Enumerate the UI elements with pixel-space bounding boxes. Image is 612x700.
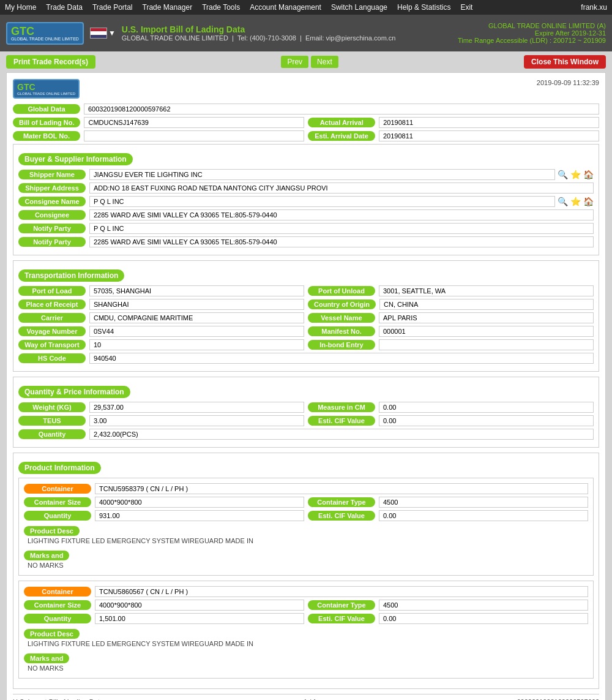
logo-box: GTC GLOBAL TRADE ONLINE LIMITED xyxy=(6,22,84,45)
close-window-button-top[interactable]: Close This Window xyxy=(524,55,606,69)
port-load-col: Port of Load 57035, SHANGHAI xyxy=(18,285,304,296)
container1-size-label: Container Size xyxy=(24,497,91,507)
prev-button-top[interactable]: Prev xyxy=(281,56,308,68)
shipper-name-row: Shipper Name JIANGSU EVER TIE LIGHTING I… xyxy=(18,169,594,180)
buyer-supplier-section: Buyer & Supplier Information Shipper Nam… xyxy=(13,144,599,255)
company-tel: Tel: (400)-710-3008 xyxy=(237,34,296,42)
country-origin-col: Country of Origin CN, CHINA xyxy=(308,299,594,310)
print-record-button-top[interactable]: Print Trade Record(s) xyxy=(6,55,95,69)
measure-in-cm-label: Measure in CM xyxy=(308,402,375,412)
port-of-load-value: 57035, SHANGHAI xyxy=(89,285,304,296)
nav-trade-portal[interactable]: Trade Portal xyxy=(92,3,133,12)
container-1: Container TCNU5958379 ( CN / L / PH ) Co… xyxy=(18,478,594,576)
nav-buttons-top: Prev Next xyxy=(280,56,339,68)
nav-trade-data[interactable]: Trade Data xyxy=(46,3,83,12)
place-receipt-origin-row: Place of Receipt SHANGHAI Country of Ori… xyxy=(18,299,594,310)
shipper-search-icon[interactable]: 🔍 xyxy=(558,170,568,179)
product-info-section: Product Information Container TCNU595837… xyxy=(13,453,599,689)
expire-date: Expire After 2019-12-31 xyxy=(458,29,606,37)
notify-party1-value: P Q L INC xyxy=(89,223,594,234)
consignee-row: Consignee 2285 WARD AVE SIMI VALLEY CA 9… xyxy=(18,209,594,220)
container2-type-value: 4500 xyxy=(379,600,588,611)
esti-arrival-value: 20190811 xyxy=(379,130,599,141)
container2-size-col: Container Size 4000*900*800 xyxy=(24,600,304,611)
nav-my-home[interactable]: My Home xyxy=(5,3,36,12)
container1-cif-label: Esti. CIF Value xyxy=(308,511,375,521)
consignee-star-icon[interactable]: ⭐ xyxy=(570,197,581,206)
esti-cif-value-label: Esti. CIF Value xyxy=(308,416,375,426)
weight-kg-value: 29,537.00 xyxy=(89,402,304,413)
company-full-name: GLOBAL TRADE ONLINE LIMITED (A) xyxy=(458,22,606,29)
global-data-value: 6003201908120000597662 xyxy=(84,103,599,115)
container2-qty-cif-row: Quantity 1,501.00 Esti. CIF Value 0.00 xyxy=(24,613,588,624)
voyage-number-label: Voyage Number xyxy=(18,326,86,336)
port-of-unload-value: 3001, SEATTLE, WA xyxy=(379,285,594,296)
container1-qty-cif-row: Quantity 931.00 Esti. CIF Value 0.00 xyxy=(24,510,588,521)
container2-desc-row: Product Desc LIGHTING FIXTURE LED EMERGE… xyxy=(24,627,588,649)
quantity-price-section: Quantity & Price Information Weight (KG)… xyxy=(13,377,599,448)
container2-marks-value: NO MARKS xyxy=(24,663,588,673)
port-load-unload-row: Port of Load 57035, SHANGHAI Port of Unl… xyxy=(18,285,594,296)
consignee-search-icon[interactable]: 🔍 xyxy=(558,197,568,206)
logo-area: GTC GLOBAL TRADE ONLINE LIMITED ▼ U.S. I… xyxy=(6,22,395,45)
carrier-vessel-row: Carrier CMDU, COMPAGNIE MARITIME Vessel … xyxy=(18,312,594,323)
next-button-top[interactable]: Next xyxy=(311,56,338,68)
transportation-section: Transportation Information Port of Load … xyxy=(13,260,599,372)
port-of-load-label: Port of Load xyxy=(18,286,86,296)
voyage-number-value: 0SV44 xyxy=(89,326,304,337)
mater-bol-row: Mater BOL No. Esti. Arrival Date 2019081… xyxy=(13,130,599,141)
nav-account-management[interactable]: Account Management xyxy=(250,3,321,12)
nav-help-statistics[interactable]: Help & Statistics xyxy=(397,3,450,12)
product-info-header: Product Information xyxy=(18,462,101,474)
transport-bond-row: Way of Transport 10 In-bond Entry xyxy=(18,339,594,350)
place-receipt-col: Place of Receipt SHANGHAI xyxy=(18,299,304,310)
shipper-star-icon[interactable]: ⭐ xyxy=(570,170,581,179)
in-bond-entry-value xyxy=(379,339,594,350)
notify-party1-label: Notify Party xyxy=(18,224,86,233)
global-data-row: Global Data 6003201908120000597662 xyxy=(13,103,599,115)
esti-arrival-label: Esti. Arrival Date xyxy=(308,131,375,141)
place-of-receipt-label: Place of Receipt xyxy=(18,299,86,309)
manifest-col: Manifest No. 000001 xyxy=(308,326,594,337)
in-bond-entry-label: In-bond Entry xyxy=(308,340,375,350)
consignee-name-row: Consignee Name P Q L INC 🔍 ⭐ 🏠 xyxy=(18,196,594,207)
nav-switch-language[interactable]: Switch Language xyxy=(331,3,387,12)
actual-arrival-value: 20190811 xyxy=(379,117,599,128)
container1-qty-label: Quantity xyxy=(24,511,91,521)
container2-value: TCNU5860567 ( CN / L / PH ) xyxy=(95,586,588,597)
logo-subtitle: GLOBAL TRADE ONLINE LIMITED xyxy=(11,37,79,41)
bol-label: Bill of Lading No. xyxy=(13,118,80,127)
container-2: Container TCNU5860567 ( CN / L / PH ) Co… xyxy=(18,581,594,679)
flag-dropdown-icon[interactable]: ▼ xyxy=(108,29,116,37)
teus-col: TEUS 3.00 xyxy=(18,415,304,426)
container1-size-col: Container Size 4000*900*800 xyxy=(24,497,304,508)
in-bond-col: In-bond Entry xyxy=(308,339,594,350)
global-data-label: Global Data xyxy=(13,104,80,114)
current-user: frank.xu xyxy=(581,3,607,12)
doc-logo: GTC GLOBAL TRADE ONLINE LIMITED xyxy=(13,79,80,99)
container2-marks-label: Marks and xyxy=(24,653,69,663)
transportation-header: Transportation Information xyxy=(18,269,124,282)
quantity-label: Quantity xyxy=(18,429,86,439)
flag-area[interactable]: ▼ xyxy=(90,28,116,39)
way-of-transport-label: Way of Transport xyxy=(18,340,86,350)
container1-marks-value: NO MARKS xyxy=(24,560,588,570)
container2-cif-col: Esti. CIF Value 0.00 xyxy=(308,613,588,624)
shipper-home-icon[interactable]: 🏠 xyxy=(583,170,594,179)
container1-qty-value: 931.00 xyxy=(95,510,304,521)
actual-arrival-label: Actual Arrival xyxy=(308,118,375,127)
carrier-value: CMDU, COMPAGNIE MARITIME xyxy=(89,312,304,323)
container1-type-value: 4500 xyxy=(379,497,588,508)
notify-party2-label: Notify Party xyxy=(18,237,86,247)
mater-bol-label: Mater BOL No. xyxy=(13,131,80,141)
nav-trade-manager[interactable]: Trade Manager xyxy=(143,3,193,12)
teus-value: 3.00 xyxy=(89,415,304,426)
bol-value: CMDUCNSJ147639 xyxy=(84,117,304,128)
consignee-home-icon[interactable]: 🏠 xyxy=(583,197,594,206)
nav-exit[interactable]: Exit xyxy=(460,3,472,12)
document-timestamp: 2019-09-09 11:32:39 xyxy=(537,79,599,86)
container2-cif-value: 0.00 xyxy=(379,613,588,624)
document-footer: U.S. Import Bill of Lading Data 1 / 1 60… xyxy=(13,694,599,700)
container2-qty-col: Quantity 1,501.00 xyxy=(24,613,304,624)
nav-trade-tools[interactable]: Trade Tools xyxy=(202,3,240,12)
